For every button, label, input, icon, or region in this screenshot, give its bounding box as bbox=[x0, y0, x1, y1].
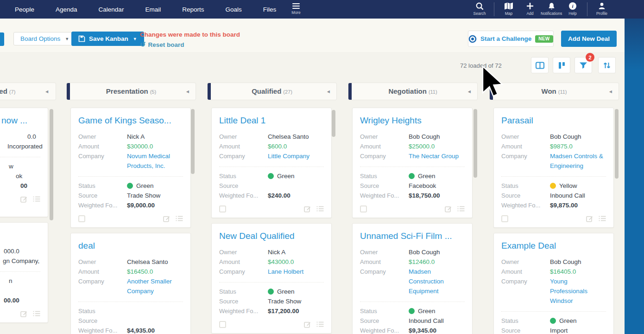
scrollbar-won[interactable] bbox=[615, 109, 619, 179]
deal-title[interactable]: Unnamed Sci-Fi Film ... bbox=[360, 231, 465, 241]
deal-checkbox[interactable] bbox=[501, 215, 508, 222]
nav-item-email[interactable]: Email bbox=[145, 6, 161, 13]
field-label-source: Source bbox=[360, 181, 409, 191]
edit-deal-icon[interactable] bbox=[304, 321, 311, 328]
deal-activity-icon[interactable] bbox=[599, 215, 606, 222]
scrollbar-qualified[interactable] bbox=[332, 110, 335, 137]
nav-item-people[interactable]: People bbox=[15, 6, 34, 13]
deal-company-fragment[interactable]: Incorporated bbox=[7, 141, 40, 151]
deal-title[interactable]: New Deal Qualified bbox=[219, 231, 324, 241]
deal-activity-icon[interactable] bbox=[457, 206, 465, 212]
save-kanban-label: Save Kanban bbox=[89, 35, 128, 42]
nav-profile-button[interactable]: Profile bbox=[591, 1, 612, 16]
collapse-column-icon[interactable]: ◀ bbox=[609, 90, 612, 94]
nav-search-button[interactable]: Search bbox=[469, 1, 490, 16]
column-header-qualified[interactable]: Qualified(27)◀ bbox=[207, 83, 337, 100]
deal-company-link[interactable]: Little Company bbox=[268, 151, 324, 161]
deal-title[interactable]: deal bbox=[78, 240, 183, 251]
cards-list-scheduled: now ...0.0Incorporatedwok00000.0gn Compa… bbox=[0, 108, 56, 323]
save-kanban-button[interactable]: Save Kanban ▼ bbox=[71, 32, 144, 46]
deal-activity-icon[interactable] bbox=[316, 206, 324, 212]
nav-item-reports[interactable]: Reports bbox=[182, 6, 204, 13]
deal-company-link[interactable]: Lane Holbert bbox=[268, 267, 324, 276]
deal-title[interactable]: Parasail bbox=[501, 115, 606, 126]
nav-map-button[interactable]: Map bbox=[498, 1, 519, 16]
deal-card[interactable]: Wrigley HeightsOwnerBob CoughAmount$2500… bbox=[352, 108, 473, 218]
card-footer bbox=[78, 214, 183, 223]
deal-card[interactable]: dealOwnerChelsea SantoAmount$16450.0Comp… bbox=[70, 233, 191, 334]
deal-company-link[interactable]: Madsen Controls & Engineering bbox=[550, 151, 606, 171]
deal-activity-icon[interactable] bbox=[33, 196, 40, 202]
column-header-won[interactable]: Won(11)◀ bbox=[489, 83, 619, 100]
nav-divider bbox=[494, 2, 494, 16]
deal-card[interactable]: ParasailOwnerBob CoughAmount$9875.0Compa… bbox=[493, 108, 614, 228]
deal-company-link[interactable]: Madsen Construction Equipment bbox=[409, 267, 465, 296]
deal-card[interactable]: Unnamed Sci-Fi Film ...OwnerBob CoughAmo… bbox=[352, 223, 473, 334]
field-label-owner: Owner bbox=[501, 257, 550, 267]
collapse-column-icon[interactable]: ◀ bbox=[327, 90, 330, 94]
deal-card[interactable]: Game of Kings Seaso...OwnerNick AAmount$… bbox=[70, 108, 191, 228]
deal-title[interactable] bbox=[0, 230, 40, 240]
column-header-negotiation[interactable]: Negotiation(11)◀ bbox=[348, 83, 478, 100]
deal-card[interactable]: 000.0gn Company,n00.00 bbox=[0, 222, 48, 323]
deal-checkbox[interactable] bbox=[78, 215, 85, 222]
deal-company-link[interactable]: Novum Medical Products, Inc. bbox=[127, 151, 183, 171]
deal-activity-icon[interactable] bbox=[33, 310, 40, 317]
deal-checkbox[interactable] bbox=[219, 321, 226, 328]
board-options-button[interactable]: Board Options ▼ bbox=[13, 32, 76, 45]
column-header-scheduled[interactable]: Scheduled(7)◀ bbox=[0, 83, 56, 100]
deal-card[interactable]: now ...0.0Incorporatedwok00 bbox=[0, 108, 48, 217]
deal-checkbox[interactable] bbox=[360, 206, 367, 212]
deal-company-fragment[interactable]: gn Company, bbox=[3, 256, 40, 266]
kanban-board: 72 loaded of 72 2 Scheduled(7)◀now ...0.… bbox=[0, 52, 625, 334]
deal-card[interactable]: Example DealOwnerBob CoughAmount$16405.0… bbox=[493, 233, 614, 334]
nav-item-calendar[interactable]: Calendar bbox=[99, 6, 124, 13]
sort-button[interactable] bbox=[598, 57, 616, 73]
field-label-weighted: Weighted Fo... bbox=[78, 326, 127, 334]
nav-more-button[interactable]: More bbox=[288, 2, 304, 15]
deal-activity-icon[interactable] bbox=[316, 321, 324, 328]
deal-company-link[interactable]: Young Professionals Windsor bbox=[550, 276, 606, 306]
nav-help-button[interactable]: iHelp bbox=[562, 1, 583, 16]
deal-weighted-fragment: 00.00 bbox=[4, 295, 40, 305]
nav-item-files[interactable]: Files bbox=[263, 6, 277, 13]
deal-card[interactable]: New Deal QualifiedOwnerNick AAmount$4300… bbox=[211, 223, 332, 334]
nav-add-button[interactable]: Add bbox=[519, 1, 541, 16]
deal-title[interactable]: Little Deal 1 bbox=[219, 115, 324, 126]
scrollbar-presentation[interactable] bbox=[191, 109, 195, 174]
start-challenge-button[interactable]: Start a Challenge NEW bbox=[468, 31, 554, 47]
nav-item-agenda[interactable]: Agenda bbox=[56, 6, 77, 13]
column-header-presentation[interactable]: Presentation(5)◀ bbox=[66, 83, 196, 100]
deal-activity-icon[interactable] bbox=[176, 215, 183, 222]
collapse-column-icon[interactable]: ◀ bbox=[186, 90, 189, 94]
deal-checkbox[interactable] bbox=[219, 206, 226, 212]
board-view-button[interactable] bbox=[531, 57, 549, 73]
add-new-deal-button[interactable]: Add New Deal bbox=[561, 31, 617, 47]
reset-board-link[interactable]: ↺ Reset board bbox=[140, 40, 184, 49]
cutoff-button[interactable] bbox=[0, 32, 4, 46]
scrollbar-scheduled[interactable] bbox=[50, 109, 53, 220]
deal-title[interactable]: Example Deal bbox=[501, 240, 606, 251]
scrollbar-negotiation[interactable] bbox=[474, 109, 477, 178]
field-row-owner: OwnerBob Cough bbox=[501, 257, 606, 267]
nav-item-goals[interactable]: Goals bbox=[225, 6, 241, 13]
edit-deal-icon[interactable] bbox=[586, 215, 593, 222]
kanban-view-button[interactable] bbox=[553, 57, 570, 73]
field-row-amount: Amount$600.0 bbox=[219, 141, 324, 151]
deal-company-link[interactable]: The Nectar Group bbox=[409, 151, 465, 161]
nav-icon-group: SearchMapAddNotificationsiHelpProfile bbox=[469, 1, 612, 16]
deal-company-link[interactable]: Another Smaller Company bbox=[127, 276, 183, 296]
edit-deal-icon[interactable] bbox=[445, 206, 452, 212]
edit-deal-icon[interactable] bbox=[20, 196, 27, 203]
nav-notifications-button[interactable]: Notifications bbox=[541, 1, 562, 16]
collapse-column-icon[interactable]: ◀ bbox=[45, 90, 48, 94]
deal-title[interactable]: now ... bbox=[1, 115, 40, 126]
edit-deal-icon[interactable] bbox=[163, 215, 170, 222]
deal-title[interactable]: Game of Kings Seaso... bbox=[78, 115, 183, 126]
deal-title[interactable]: Wrigley Heights bbox=[360, 115, 465, 126]
edit-deal-icon[interactable] bbox=[304, 206, 311, 212]
edit-deal-icon[interactable] bbox=[20, 310, 27, 317]
deal-card[interactable]: Little Deal 1OwnerChelsea SantoAmount$60… bbox=[211, 108, 332, 218]
deal-source-value: Inbound Call bbox=[409, 316, 444, 326]
collapse-column-icon[interactable]: ◀ bbox=[468, 90, 471, 94]
